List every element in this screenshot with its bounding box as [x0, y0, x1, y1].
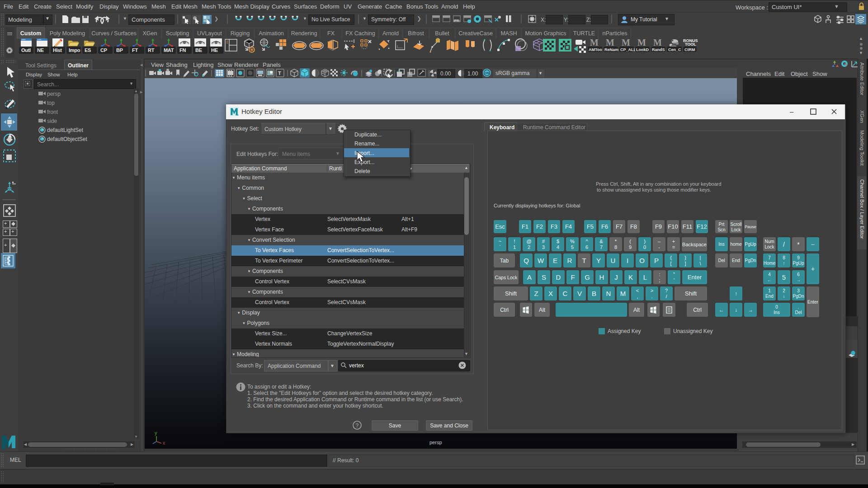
svg-text:IPR: IPR [454, 19, 459, 22]
svg-text:x: x [163, 441, 165, 445]
svg-text:MAYA: MAYA [236, 114, 239, 116]
svg-text:y: y [155, 430, 157, 436]
svg-text:ON: ON [485, 71, 489, 75]
svg-text:?: ? [356, 422, 359, 429]
svg-text:T: T [278, 70, 281, 76]
